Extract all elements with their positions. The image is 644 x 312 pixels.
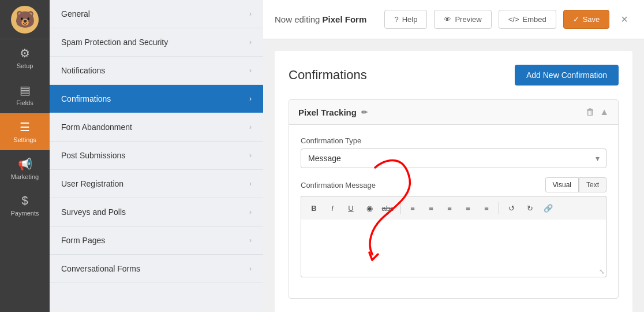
- menu-item-confirmations[interactable]: Confirmations ›: [50, 85, 263, 113]
- confirmation-card: Pixel Tracking ✏ 🗑 ▲ Confirmation Type M…: [289, 99, 619, 299]
- add-confirmation-button[interactable]: Add New Confirmation: [515, 65, 619, 86]
- color-button[interactable]: ◉: [361, 200, 377, 216]
- ordered-list-button[interactable]: ≡: [423, 200, 439, 216]
- confirmation-type-select-wrapper: Message Redirect URL Show Page ▾: [301, 148, 606, 168]
- visual-view-button[interactable]: Visual: [545, 177, 579, 192]
- align-right-button[interactable]: ≡: [478, 200, 495, 216]
- sidebar-item-marketing[interactable]: 📢 Marketing: [0, 150, 50, 187]
- redo-button[interactable]: ↻: [522, 200, 538, 216]
- content-area: Confirmations Add New Confirmation Pixel…: [263, 39, 644, 312]
- chevron-right-icon: ›: [249, 95, 252, 103]
- message-label-row: Confirmation Message Visual Text: [301, 177, 606, 192]
- align-center-button[interactable]: ≡: [460, 200, 476, 216]
- chevron-right-icon: ›: [249, 10, 252, 18]
- collapse-icon[interactable]: ▲: [600, 107, 609, 117]
- card-title: Pixel Tracking ✏: [298, 107, 368, 117]
- sidebar-item-payments[interactable]: $ Payments: [0, 187, 50, 224]
- sidebar-item-setup[interactable]: ⚙ Setup: [0, 39, 50, 76]
- save-button[interactable]: ✓ Save: [563, 10, 610, 29]
- unordered-list-button[interactable]: ≡: [405, 200, 421, 216]
- topbar: Now editing Pixel Form ? Help 👁 Preview …: [263, 0, 644, 39]
- confirmation-type-label: Confirmation Type: [301, 136, 606, 145]
- chevron-right-icon: ›: [249, 38, 252, 46]
- embed-icon: </>: [508, 15, 519, 24]
- menu-sidebar: General › Spam Protection and Security ›…: [50, 0, 263, 312]
- confirmation-message-group: Confirmation Message Visual Text B I U ◉…: [301, 177, 606, 277]
- menu-item-form-abandonment[interactable]: Form Abandonment ›: [50, 113, 263, 142]
- preview-button[interactable]: 👁 Preview: [434, 10, 491, 29]
- resize-handle[interactable]: ⤡: [599, 268, 605, 276]
- page-title: Now editing Pixel Form: [275, 14, 366, 24]
- confirmation-message-label: Confirmation Message: [301, 181, 376, 190]
- card-actions: 🗑 ▲: [586, 107, 609, 117]
- menu-item-spam[interactable]: Spam Protection and Security ›: [50, 28, 263, 57]
- editor-toolbar: B I U ◉ abc ≡ ≡ ≡ ≡ ≡ ↺: [301, 196, 606, 220]
- chevron-right-icon: ›: [249, 151, 252, 159]
- menu-item-conversational[interactable]: Conversational Forms ›: [50, 255, 263, 283]
- close-button[interactable]: ×: [616, 10, 632, 28]
- menu-item-notifications[interactable]: Notifications ›: [50, 57, 263, 85]
- icon-sidebar: 🐻 ⚙ Setup ▤ Fields ☰ Settings 📢 Marketin…: [0, 0, 50, 312]
- menu-item-user-registration[interactable]: User Registration ›: [50, 170, 263, 198]
- strikethrough-button[interactable]: abc: [380, 200, 396, 216]
- align-left-button[interactable]: ≡: [441, 200, 458, 216]
- chevron-right-icon: ›: [249, 208, 252, 216]
- menu-item-post-submissions[interactable]: Post Submissions ›: [50, 142, 263, 170]
- marketing-icon: 📢: [18, 157, 32, 171]
- editor-area[interactable]: ⤡: [301, 220, 606, 277]
- menu-item-surveys[interactable]: Surveys and Polls ›: [50, 198, 263, 226]
- panel-title: Confirmations: [289, 68, 367, 83]
- menu-item-general[interactable]: General ›: [50, 0, 263, 28]
- card-body: Confirmation Type Message Redirect URL S…: [289, 125, 618, 298]
- content-panel: Confirmations Add New Confirmation Pixel…: [275, 51, 632, 312]
- topbar-actions: ? Help 👁 Preview </> Embed ✓ Save ×: [384, 10, 632, 29]
- confirmation-type-select[interactable]: Message Redirect URL Show Page: [301, 148, 606, 168]
- view-toggle: Visual Text: [545, 177, 606, 192]
- card-header: Pixel Tracking ✏ 🗑 ▲: [289, 100, 618, 125]
- embed-button[interactable]: </> Embed: [499, 10, 556, 29]
- chevron-right-icon: ›: [249, 123, 252, 131]
- setup-icon: ⚙: [20, 46, 30, 60]
- panel-header: Confirmations Add New Confirmation: [289, 65, 619, 86]
- chevron-right-icon: ›: [249, 180, 252, 188]
- chevron-right-icon: ›: [249, 265, 252, 273]
- underline-button[interactable]: U: [343, 200, 359, 216]
- text-view-button[interactable]: Text: [579, 177, 606, 192]
- bold-button[interactable]: B: [306, 200, 322, 216]
- delete-icon[interactable]: 🗑: [586, 107, 595, 117]
- app-logo: 🐻: [0, 0, 50, 39]
- help-button[interactable]: ? Help: [384, 10, 427, 29]
- help-icon: ?: [394, 15, 398, 24]
- main-area: Now editing Pixel Form ? Help 👁 Preview …: [263, 0, 644, 312]
- preview-icon: 👁: [444, 15, 451, 24]
- sidebar-item-fields[interactable]: ▤ Fields: [0, 76, 50, 113]
- toolbar-divider-2: [499, 202, 499, 214]
- fields-icon: ▤: [20, 83, 31, 97]
- edit-title-icon[interactable]: ✏: [361, 108, 368, 117]
- settings-icon: ☰: [20, 120, 30, 134]
- toolbar-divider: [400, 202, 400, 214]
- confirmation-type-group: Confirmation Type Message Redirect URL S…: [301, 136, 606, 168]
- link-button[interactable]: 🔗: [540, 200, 556, 216]
- undo-button[interactable]: ↺: [503, 200, 519, 216]
- payments-icon: $: [21, 194, 28, 207]
- sidebar-item-settings[interactable]: ☰ Settings: [0, 113, 50, 150]
- check-icon: ✓: [573, 15, 579, 24]
- chevron-right-icon: ›: [249, 236, 252, 244]
- menu-item-form-pages[interactable]: Form Pages ›: [50, 226, 263, 255]
- chevron-right-icon: ›: [249, 66, 252, 75]
- bear-icon: 🐻: [11, 6, 39, 34]
- italic-button[interactable]: I: [324, 200, 340, 216]
